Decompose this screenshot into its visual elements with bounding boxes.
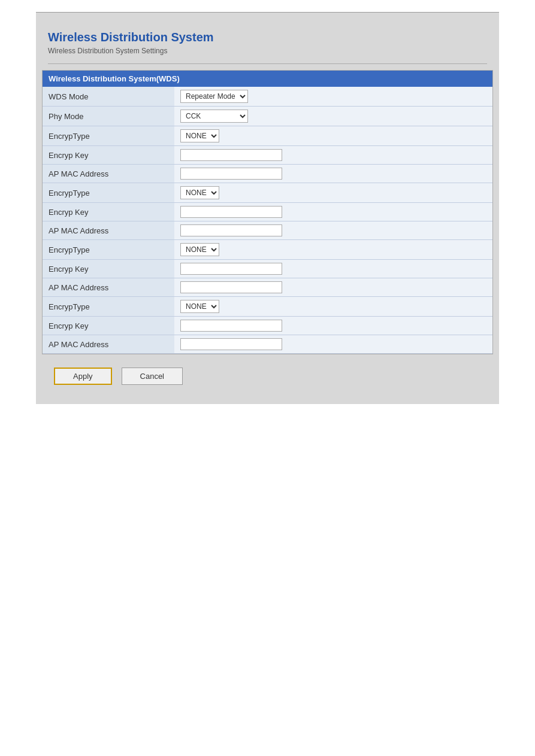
table-row: AP MAC Address <box>43 165 492 183</box>
content-area: Wireless Distribution System Wireless Di… <box>36 13 499 404</box>
row-label-encryptype-4: EncrypType <box>43 297 174 317</box>
button-row: Apply Cancel <box>36 360 499 392</box>
wds-mode-select[interactable]: Repeater Mode Bridge Mode Lazy Mode Disa… <box>180 90 248 103</box>
encryp-key-1-input[interactable] <box>180 149 282 161</box>
row-label-encryp-key-4: Encryp Key <box>43 317 174 335</box>
page-wrapper: Wireless Distribution System Wireless Di… <box>0 0 535 756</box>
apply-button[interactable]: Apply <box>54 368 112 385</box>
table-row: AP MAC Address <box>43 335 492 354</box>
table-row: EncrypType NONE WEP TKIP AES <box>43 240 492 260</box>
row-value-ap-mac-4 <box>174 335 492 354</box>
table-row: AP MAC Address <box>43 221 492 240</box>
row-label-encryptype-3: EncrypType <box>43 240 174 260</box>
table-row: Encryp Key <box>43 317 492 335</box>
section-divider <box>48 63 487 64</box>
phy-mode-select[interactable]: CCK OFDM HT Mix HT Green Field <box>180 110 248 123</box>
page-subtitle: Wireless Distribution System Settings <box>36 47 499 61</box>
row-label-encryp-key-2: Encryp Key <box>43 203 174 221</box>
table-row: Encryp Key <box>43 146 492 165</box>
encryptype-2-select[interactable]: NONE WEP TKIP AES <box>180 186 219 199</box>
row-value-encryptype-2: NONE WEP TKIP AES <box>174 183 492 203</box>
table-row: Phy Mode CCK OFDM HT Mix HT Green Field <box>43 107 492 126</box>
row-label-phy-mode: Phy Mode <box>43 107 174 126</box>
ap-mac-1-input[interactable] <box>180 168 282 180</box>
row-label-encryp-key-3: Encryp Key <box>43 260 174 278</box>
page-title: Wireless Distribution System <box>36 25 499 47</box>
table-row: EncrypType NONE WEP TKIP AES <box>43 126 492 146</box>
table-row: Encryp Key <box>43 203 492 221</box>
encryp-key-2-input[interactable] <box>180 206 282 218</box>
row-value-encryp-key-4 <box>174 317 492 335</box>
table-row: AP MAC Address <box>43 278 492 297</box>
form-header: Wireless Distribution System(WDS) <box>43 71 492 87</box>
ap-mac-4-input[interactable] <box>180 338 282 350</box>
ap-mac-2-input[interactable] <box>180 224 282 236</box>
row-value-encryp-key-1 <box>174 146 492 165</box>
table-row: WDS Mode Repeater Mode Bridge Mode Lazy … <box>43 87 492 107</box>
cancel-button[interactable]: Cancel <box>122 368 183 385</box>
row-label-ap-mac-2: AP MAC Address <box>43 221 174 240</box>
row-label-wds-mode: WDS Mode <box>43 87 174 107</box>
row-value-phy-mode: CCK OFDM HT Mix HT Green Field <box>174 107 492 126</box>
row-label-ap-mac-3: AP MAC Address <box>43 278 174 297</box>
row-value-ap-mac-2 <box>174 221 492 240</box>
form-table: WDS Mode Repeater Mode Bridge Mode Lazy … <box>43 87 492 354</box>
table-row: EncrypType NONE WEP TKIP AES <box>43 297 492 317</box>
row-label-ap-mac-1: AP MAC Address <box>43 165 174 183</box>
row-label-encryptype-1: EncrypType <box>43 126 174 146</box>
row-value-ap-mac-3 <box>174 278 492 297</box>
row-value-encryptype-1: NONE WEP TKIP AES <box>174 126 492 146</box>
form-container: Wireless Distribution System(WDS) WDS Mo… <box>42 70 493 354</box>
row-label-encryp-key-1: Encryp Key <box>43 146 174 165</box>
row-value-ap-mac-1 <box>174 165 492 183</box>
table-row: Encryp Key <box>43 260 492 278</box>
row-label-ap-mac-4: AP MAC Address <box>43 335 174 354</box>
row-label-encryptype-2: EncrypType <box>43 183 174 203</box>
encryp-key-3-input[interactable] <box>180 263 282 275</box>
encryptype-1-select[interactable]: NONE WEP TKIP AES <box>180 129 219 142</box>
encryp-key-4-input[interactable] <box>180 320 282 332</box>
ap-mac-3-input[interactable] <box>180 281 282 293</box>
row-value-encryp-key-2 <box>174 203 492 221</box>
row-value-encryp-key-3 <box>174 260 492 278</box>
row-value-encryptype-4: NONE WEP TKIP AES <box>174 297 492 317</box>
encryptype-4-select[interactable]: NONE WEP TKIP AES <box>180 300 219 313</box>
row-value-wds-mode: Repeater Mode Bridge Mode Lazy Mode Disa… <box>174 87 492 107</box>
table-row: EncrypType NONE WEP TKIP AES <box>43 183 492 203</box>
row-value-encryptype-3: NONE WEP TKIP AES <box>174 240 492 260</box>
encryptype-3-select[interactable]: NONE WEP TKIP AES <box>180 243 219 256</box>
